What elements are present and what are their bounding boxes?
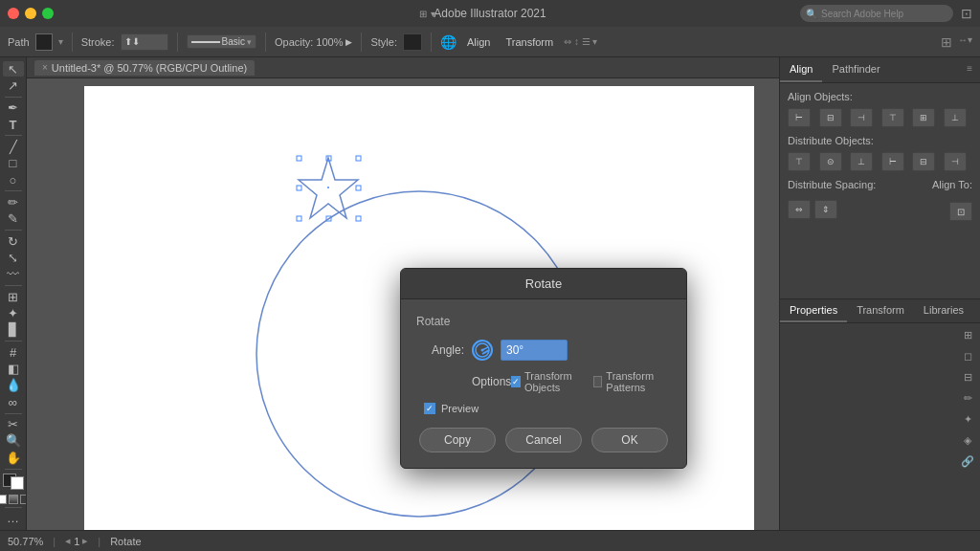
fill-stroke-swatches[interactable] — [3, 474, 24, 489]
gradient-tool[interactable]: ◧ — [3, 361, 24, 376]
dist-center-v-btn[interactable]: ⊝ — [819, 152, 842, 171]
dist-center-h-btn[interactable]: ⊟ — [912, 152, 935, 171]
app-title: Adobe Illustrator 2021 — [434, 7, 546, 20]
stroke-dropdown-icon[interactable]: ▾ — [247, 37, 252, 47]
workspace-icon[interactable]: ↔▾ — [958, 34, 972, 50]
symbol-tool[interactable]: ✦ — [3, 305, 24, 320]
rect-tool[interactable]: □ — [3, 156, 24, 171]
dist-right-btn[interactable]: ⊣ — [944, 152, 967, 171]
align-button[interactable]: Align — [462, 34, 495, 50]
transform-patterns-checkbox[interactable]: Transform Patterns — [593, 370, 671, 393]
type-tool[interactable]: T — [3, 117, 24, 132]
pencil-tool[interactable]: ✎ — [3, 211, 24, 227]
stroke-style[interactable]: Basic ▾ — [187, 34, 256, 49]
search-input[interactable]: Search Adobe Help — [821, 9, 903, 19]
document-tab[interactable]: × Untitled-3* @ 50.77% (RGB/CPU Outline) — [34, 60, 255, 76]
zoom-level[interactable]: 50.77% — [8, 536, 43, 547]
artboard-nav-icon[interactable]: ◂ — [65, 535, 71, 547]
pen-tool[interactable]: ✒ — [3, 100, 24, 116]
angle-input[interactable] — [501, 340, 568, 361]
line-tool[interactable]: ╱ — [3, 139, 24, 154]
tab-pathfinder[interactable]: Pathfinder — [822, 57, 889, 82]
direct-selection-tool[interactable]: ↗ — [3, 77, 24, 93]
none-mode-icon[interactable] — [20, 495, 28, 504]
eyedropper-tool[interactable]: 💧 — [3, 378, 24, 393]
mesh-tool[interactable]: # — [3, 344, 24, 360]
brush-tool[interactable]: ✏ — [3, 194, 24, 209]
ok-button[interactable]: OK — [591, 428, 668, 452]
transform-patterns-cb-box[interactable] — [593, 376, 602, 387]
more-tools[interactable]: … — [3, 510, 24, 525]
scissors-tool[interactable]: ✂ — [3, 416, 24, 431]
zoom-tool[interactable]: 🔍 — [3, 433, 24, 449]
swatches-icon[interactable]: ⊟ — [959, 369, 976, 386]
warp-tool[interactable]: 〰 — [3, 267, 24, 282]
copy-button[interactable]: Copy — [419, 428, 496, 452]
rotate-tool[interactable]: ↻ — [3, 233, 24, 249]
gradient-mode-icon[interactable] — [9, 495, 18, 504]
ellipse-tool[interactable]: ○ — [3, 172, 24, 187]
tool-sep7 — [5, 413, 22, 414]
align-to-dropdown[interactable]: ⊡ — [949, 202, 972, 221]
transform-objects-cb-box[interactable]: ✓ — [511, 376, 521, 387]
artboards-icon[interactable]: ◻ — [959, 348, 976, 365]
panel-menu-icon[interactable]: ≡ — [959, 57, 980, 82]
brushes-icon[interactable]: ✏ — [959, 390, 976, 408]
preview-row[interactable]: ✓ Preview — [424, 403, 671, 414]
dist-bottom-btn[interactable]: ⊥ — [850, 152, 873, 171]
symbols-icon[interactable]: ✦ — [959, 411, 976, 429]
style-swatch[interactable] — [403, 33, 422, 51]
fill-swatch[interactable] — [35, 33, 53, 51]
fill-dropdown-icon[interactable]: ▾ — [58, 36, 63, 47]
distribute-spacing-row: ⇔ ⇕ — [788, 200, 837, 219]
tab-transform[interactable]: Transform — [847, 299, 914, 322]
layers-icon[interactable]: ⊞ — [959, 327, 976, 344]
align-to-row: ⊡ — [949, 202, 972, 221]
canvas-area: × Untitled-3* @ 50.77% (RGB/CPU Outline) — [27, 57, 779, 530]
fullscreen-icon[interactable]: ⊡ — [961, 6, 972, 21]
dist-left-btn[interactable]: ⊢ — [881, 152, 904, 171]
stroke-width-input[interactable]: ⬆⬇ — [121, 33, 168, 51]
selection-tool[interactable]: ↖ — [3, 61, 24, 77]
arrange-icon[interactable]: ⊞ — [941, 34, 952, 50]
graphic-styles-icon[interactable]: ◈ — [959, 432, 976, 450]
blend-tool[interactable]: ∞ — [3, 394, 24, 409]
dist-space-v-btn[interactable]: ⇕ — [814, 200, 837, 219]
tab-close-icon[interactable]: × — [42, 62, 48, 73]
tab-libraries[interactable]: Libraries — [914, 299, 973, 322]
tab-align[interactable]: Align — [780, 57, 822, 82]
normal-mode-icon[interactable] — [0, 495, 7, 504]
align-objects-title: Align Objects: — [788, 91, 972, 102]
close-button[interactable] — [8, 8, 19, 19]
tool-sep9 — [5, 507, 22, 508]
artboard-nav-icon-right[interactable]: ▸ — [82, 535, 88, 547]
align-center-h-btn[interactable]: ⊟ — [819, 108, 842, 127]
align-top-btn[interactable]: ⊤ — [881, 108, 904, 127]
cancel-button[interactable]: Cancel — [505, 428, 582, 452]
free-transform-tool[interactable]: ⊞ — [3, 289, 24, 304]
dist-space-h-btn[interactable]: ⇔ — [788, 200, 811, 219]
transform-button[interactable]: Transform — [501, 34, 558, 50]
transform-patterns-label: Transform Patterns — [606, 370, 671, 393]
maximize-button[interactable] — [42, 8, 54, 19]
scale-tool[interactable]: ⤡ — [3, 250, 24, 265]
align-right-btn[interactable]: ⊣ — [850, 108, 873, 127]
links-icon[interactable]: 🔗 — [959, 453, 976, 471]
dist-top-btn[interactable]: ⊤ — [788, 152, 811, 171]
tool-sep8 — [5, 469, 22, 470]
prop-tabs: Properties Transform Libraries — [780, 298, 980, 323]
minimize-button[interactable] — [25, 8, 36, 19]
globe-icon[interactable]: 🌐 — [440, 34, 457, 50]
dialog-title: Rotate — [401, 269, 686, 299]
align-left-btn[interactable]: ⊢ — [788, 108, 811, 127]
opacity-control[interactable]: Opacity: 100% ▶ — [275, 36, 353, 48]
hand-tool[interactable]: ✋ — [3, 450, 24, 465]
align-bottom-btn[interactable]: ⊥ — [944, 108, 967, 127]
align-center-v-btn[interactable]: ⊞ — [912, 108, 935, 127]
opacity-expand-icon[interactable]: ▶ — [345, 37, 352, 47]
tab-properties[interactable]: Properties — [780, 299, 847, 322]
transform-objects-checkbox[interactable]: ✓ Transform Objects — [511, 370, 586, 393]
preview-checkbox[interactable]: ✓ — [424, 403, 435, 414]
divider1 — [72, 33, 73, 52]
graph-tool[interactable]: ▊ — [3, 322, 24, 338]
